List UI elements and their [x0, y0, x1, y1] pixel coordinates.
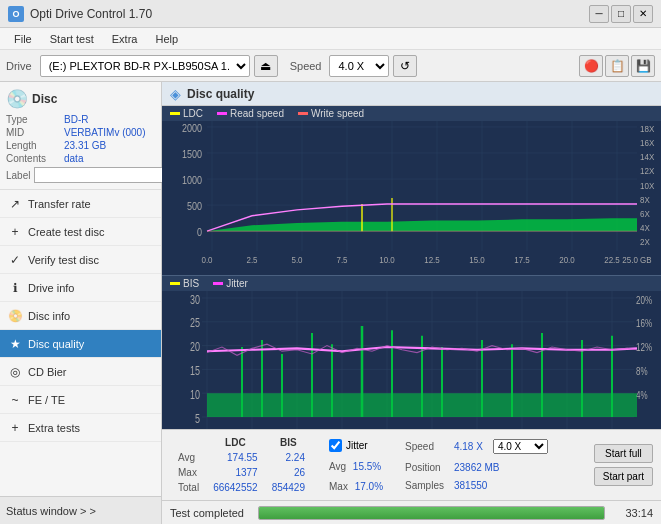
disc-quality-icon: ★ — [8, 337, 22, 351]
total-bis-val: 854429 — [266, 481, 311, 494]
menu-file[interactable]: File — [6, 31, 40, 47]
disc-panel: 💿 Disc Type BD-R MID VERBATIMv (000) Len… — [0, 82, 161, 190]
svg-text:4%: 4% — [636, 388, 648, 401]
legend-read-speed-label: Read speed — [230, 108, 284, 119]
app-icon: O — [8, 6, 24, 22]
lower-legend: BIS Jitter — [162, 276, 661, 291]
chart-upper: 2000 1500 1000 500 0 18X 16X 14X 12X 10X… — [162, 121, 661, 276]
close-button[interactable]: ✕ — [633, 5, 653, 23]
create-disc-icon: + — [8, 225, 22, 239]
position-val: 23862 MB — [450, 459, 552, 475]
svg-text:18X: 18X — [640, 123, 654, 134]
disc-header: 💿 Disc — [6, 88, 155, 110]
max-bis-val: 26 — [266, 466, 311, 479]
legend-ldc: LDC — [170, 108, 203, 119]
max-label: Max — [172, 466, 205, 479]
disc-label: Disc — [32, 92, 57, 106]
sidebar-item-disc-quality[interactable]: ★ Disc quality — [0, 330, 161, 358]
sidebar-item-verify-test-disc[interactable]: ✓ Verify test disc — [0, 246, 161, 274]
sidebar-item-create-test-disc[interactable]: + Create test disc — [0, 218, 161, 246]
total-label: Total — [172, 481, 205, 494]
progress-bar-fill — [259, 507, 604, 519]
eject-button[interactable]: ⏏ — [254, 55, 278, 77]
icon-btn-2[interactable]: 📋 — [605, 55, 629, 77]
total-ldc-val: 66642552 — [207, 481, 264, 494]
start-full-button[interactable]: Start full — [594, 444, 653, 463]
disc-mid-row: MID VERBATIMv (000) — [6, 127, 155, 138]
svg-text:17.5: 17.5 — [514, 255, 530, 266]
bis-color-dot — [170, 282, 180, 285]
svg-text:30: 30 — [190, 292, 200, 306]
start-part-button[interactable]: Start part — [594, 467, 653, 486]
maximize-button[interactable]: □ — [611, 5, 631, 23]
status-text: Test completed — [170, 507, 250, 519]
svg-text:1500: 1500 — [182, 148, 202, 160]
avg-label: Avg — [172, 451, 205, 464]
sidebar-item-label: Verify test disc — [28, 254, 99, 266]
svg-text:5: 5 — [195, 411, 200, 425]
drive-info-icon: ℹ — [8, 281, 22, 295]
jitter-section: Jitter Avg 15.5% Max 17.0% — [329, 434, 383, 496]
disc-mid-val: VERBATIMv (000) — [64, 127, 146, 138]
stats-table: LDC BIS Avg 174.55 2.24 Max 1377 26 Tota… — [170, 434, 313, 496]
avg-jitter-row: Avg 15.5% — [329, 461, 383, 472]
sidebar-item-fe-te[interactable]: ~ FE / TE — [0, 386, 161, 414]
disc-label-input[interactable] — [34, 167, 167, 183]
disc-type-row: Type BD-R — [6, 114, 155, 125]
sidebar-item-label: Extra tests — [28, 422, 80, 434]
position-label: Position — [401, 459, 448, 475]
menu-start-test[interactable]: Start test — [42, 31, 102, 47]
icon-btn-3[interactable]: 💾 — [631, 55, 655, 77]
sidebar-item-transfer-rate[interactable]: ↗ Transfer rate — [0, 190, 161, 218]
sidebar-item-cd-bier[interactable]: ◎ CD Bier — [0, 358, 161, 386]
jitter-checkbox[interactable] — [329, 439, 342, 452]
transfer-rate-icon: ↗ — [8, 197, 22, 211]
extra-tests-icon: + — [8, 421, 22, 435]
chart-lower: 30 25 20 15 10 5 20% 16% 12% 8% 4% 0.0 2… — [162, 291, 661, 429]
speed-dropdown[interactable]: 4.0 X — [493, 439, 548, 454]
svg-text:12.5: 12.5 — [424, 255, 440, 266]
svg-text:0: 0 — [197, 226, 202, 238]
max-jitter-val: 17.0% — [355, 481, 383, 492]
disc-length-key: Length — [6, 140, 64, 151]
sidebar-item-extra-tests[interactable]: + Extra tests — [0, 414, 161, 442]
svg-text:6X: 6X — [640, 208, 650, 219]
svg-text:10: 10 — [190, 387, 200, 401]
svg-text:0.0: 0.0 — [201, 255, 212, 266]
disc-mid-key: MID — [6, 127, 64, 138]
titlebar-left: O Opti Drive Control 1.70 — [8, 6, 152, 22]
speed-val: 4.18 X — [450, 436, 487, 457]
speed-select[interactable]: 4.0 X — [329, 55, 389, 77]
svg-text:8%: 8% — [636, 365, 648, 378]
status-window-button[interactable]: Status window > > — [0, 496, 161, 524]
disc-contents-key: Contents — [6, 153, 64, 164]
minimize-button[interactable]: ─ — [589, 5, 609, 23]
svg-text:22.5: 22.5 — [604, 255, 620, 266]
ldc-color-dot — [170, 112, 180, 115]
app-title: Opti Drive Control 1.70 — [30, 7, 152, 21]
drive-label: Drive — [6, 60, 32, 72]
icon-btn-1[interactable]: 🔴 — [579, 55, 603, 77]
progress-area: Test completed 33:14 — [162, 500, 661, 524]
svg-text:8X: 8X — [640, 194, 650, 205]
samples-label: Samples — [401, 478, 448, 494]
sidebar-item-disc-info[interactable]: 📀 Disc info — [0, 302, 161, 330]
avg-bis-val: 2.24 — [266, 451, 311, 464]
nav-items: ↗ Transfer rate + Create test disc ✓ Ver… — [0, 190, 161, 496]
svg-text:12%: 12% — [636, 341, 652, 354]
legend-jitter-label: Jitter — [226, 278, 248, 289]
menubar: File Start test Extra Help — [0, 28, 661, 50]
ldc-header: LDC — [207, 436, 264, 449]
drive-select[interactable]: (E:) PLEXTOR BD-R PX-LB950SA 1.06 — [40, 55, 250, 77]
legend-write-speed-label: Write speed — [311, 108, 364, 119]
menu-help[interactable]: Help — [147, 31, 186, 47]
sidebar-item-drive-info[interactable]: ℹ Drive info — [0, 274, 161, 302]
refresh-button[interactable]: ↺ — [393, 55, 417, 77]
menu-extra[interactable]: Extra — [104, 31, 146, 47]
main-layout: 💿 Disc Type BD-R MID VERBATIMv (000) Len… — [0, 82, 661, 524]
samples-val: 381550 — [450, 478, 552, 494]
sidebar-item-label: FE / TE — [28, 394, 65, 406]
speed-label: Speed — [290, 60, 322, 72]
svg-text:10X: 10X — [640, 180, 654, 191]
upper-legend: LDC Read speed Write speed — [162, 106, 661, 121]
